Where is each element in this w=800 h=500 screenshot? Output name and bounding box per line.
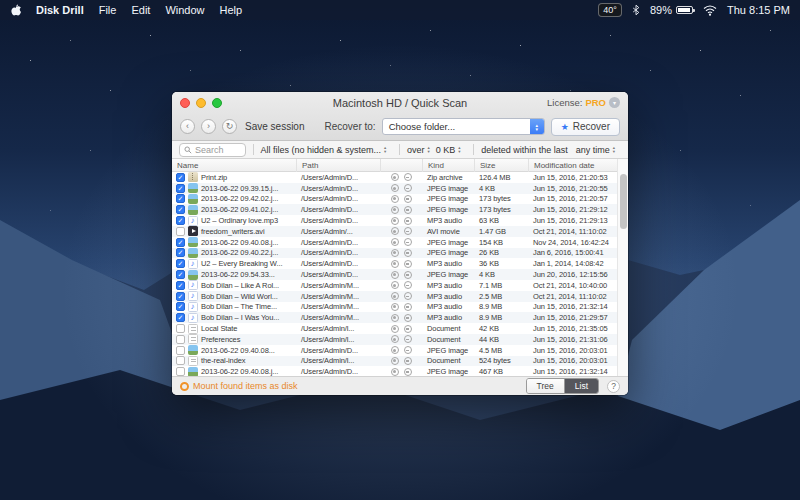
column-header-kind[interactable]: Kind (422, 159, 474, 172)
row-checkbox[interactable]: ✓ (176, 313, 185, 322)
preview-eye-icon[interactable] (391, 335, 399, 343)
row-checkbox[interactable] (176, 335, 185, 344)
row-checkbox[interactable]: ✓ (176, 194, 185, 203)
recover-destination-select[interactable]: Choose folder... ▴▾ (382, 118, 545, 135)
menu-clock[interactable]: Thu 8:15 PM (727, 4, 790, 16)
size-value-filter[interactable]: 0 KB ▴▾ (436, 145, 461, 155)
row-checkbox[interactable] (176, 324, 185, 333)
bluetooth-icon[interactable] (632, 4, 640, 16)
help-button[interactable]: ? (607, 380, 620, 393)
table-row[interactable]: ✓2013-06-22 09.54.33.../Users/Admin/D...… (172, 269, 617, 280)
recovery-chance-icon[interactable] (404, 325, 412, 333)
recovery-chance-icon[interactable] (404, 368, 412, 376)
battery-status[interactable]: 89% (650, 4, 693, 16)
table-row[interactable]: ✓Print.zip/Users/Admin/D...Zip archive12… (172, 172, 617, 183)
recovery-chance-icon[interactable] (404, 335, 412, 343)
row-checkbox[interactable]: ✓ (176, 216, 185, 225)
preview-eye-icon[interactable] (391, 292, 399, 300)
column-header-name[interactable]: Name (172, 159, 296, 172)
row-checkbox[interactable]: ✓ (176, 205, 185, 214)
vertical-scrollbar[interactable] (617, 159, 628, 376)
row-checkbox[interactable]: ✓ (176, 302, 185, 311)
table-row[interactable]: Preferences/Users/Admin/l...Document44 K… (172, 334, 617, 345)
recovery-chance-icon[interactable] (404, 195, 412, 203)
column-header-modification-date[interactable]: Modification date (528, 159, 617, 172)
recovery-chance-icon[interactable] (404, 346, 412, 354)
recover-button[interactable]: ★ Recover (551, 118, 620, 136)
row-checkbox[interactable] (176, 356, 185, 365)
preview-eye-icon[interactable] (391, 325, 399, 333)
rescan-button[interactable]: ↻ (222, 119, 237, 134)
close-button[interactable] (180, 98, 190, 108)
table-row[interactable]: ✓U2 – Ordinary love.mp3/Users/Admin/D...… (172, 215, 617, 226)
row-checkbox[interactable]: ✓ (176, 259, 185, 268)
mount-as-disk-button[interactable]: Mount found items as disk (180, 381, 298, 391)
search-input[interactable]: Search (179, 143, 246, 157)
list-view-button[interactable]: List (565, 379, 598, 393)
preview-eye-icon[interactable] (391, 314, 399, 322)
menu-edit[interactable]: Edit (131, 4, 150, 16)
apple-menu[interactable] (10, 3, 22, 17)
preview-eye-icon[interactable] (391, 346, 399, 354)
table-row[interactable]: ✓2013-06-22 09.41.02.j.../Users/Admin/D.… (172, 204, 617, 215)
menu-window[interactable]: Window (165, 4, 204, 16)
preview-eye-icon[interactable] (391, 271, 399, 279)
table-row[interactable]: ✓Bob Dilan – Wild Worl.../Users/Admin/M.… (172, 291, 617, 302)
row-checkbox[interactable]: ✓ (176, 270, 185, 279)
recovery-chance-icon[interactable] (404, 217, 412, 225)
preview-eye-icon[interactable] (391, 173, 399, 181)
time-filter[interactable]: any time ▴▾ (576, 145, 615, 155)
row-checkbox[interactable]: ✓ (176, 281, 185, 290)
tree-view-button[interactable]: Tree (527, 379, 565, 393)
preview-eye-icon[interactable] (391, 238, 399, 246)
recovery-chance-icon[interactable] (404, 303, 412, 311)
table-row[interactable]: ✓Bob Dilan – Like A Rol.../Users/Admin/M… (172, 280, 617, 291)
zoom-button[interactable] (212, 98, 222, 108)
column-header-size[interactable]: Size (474, 159, 528, 172)
table-row[interactable]: ✓Bob Dilan – The Time.../Users/Admin/M..… (172, 302, 617, 313)
preview-eye-icon[interactable] (391, 368, 399, 376)
preview-eye-icon[interactable] (391, 184, 399, 192)
back-button[interactable]: ‹ (180, 119, 195, 134)
preview-eye-icon[interactable] (391, 357, 399, 365)
row-checkbox[interactable]: ✓ (176, 292, 185, 301)
wifi-icon[interactable] (703, 5, 717, 16)
license-chevron-icon[interactable]: ▾ (609, 97, 620, 108)
table-row[interactable]: ✓Bob Dilan – I Was You.../Users/Admin/M.… (172, 312, 617, 323)
recovery-chance-icon[interactable] (404, 184, 412, 192)
recovery-chance-icon[interactable] (404, 271, 412, 279)
row-checkbox[interactable]: ✓ (176, 248, 185, 257)
column-header-path[interactable]: Path (296, 159, 380, 172)
preview-eye-icon[interactable] (391, 281, 399, 289)
row-checkbox[interactable]: ✓ (176, 238, 185, 247)
preview-eye-icon[interactable] (391, 195, 399, 203)
menu-disk-drill[interactable]: Disk Drill (36, 4, 84, 16)
recovery-chance-icon[interactable] (404, 260, 412, 268)
table-row[interactable]: Local State/Users/Admin/l...Document42 K… (172, 323, 617, 334)
save-session-button[interactable]: Save session (245, 121, 304, 132)
recovery-chance-icon[interactable] (404, 238, 412, 246)
forward-button[interactable]: › (201, 119, 216, 134)
recovery-chance-icon[interactable] (404, 249, 412, 257)
preview-eye-icon[interactable] (391, 206, 399, 214)
preview-eye-icon[interactable] (391, 260, 399, 268)
preview-eye-icon[interactable] (391, 227, 399, 235)
row-checkbox[interactable] (176, 346, 185, 355)
recovery-chance-icon[interactable] (404, 173, 412, 181)
row-checkbox[interactable]: ✓ (176, 173, 185, 182)
row-checkbox[interactable] (176, 367, 185, 376)
table-row[interactable]: 2013-06-22 09.40.08.../Users/Admin/D...J… (172, 345, 617, 356)
recovery-chance-icon[interactable] (404, 292, 412, 300)
preview-eye-icon[interactable] (391, 217, 399, 225)
recovery-chance-icon[interactable] (404, 357, 412, 365)
size-over-filter[interactable]: over ▴▾ (407, 145, 430, 155)
scrollbar-thumb[interactable] (620, 174, 627, 229)
row-checkbox[interactable]: ✓ (176, 184, 185, 193)
table-row[interactable]: 2013-06-22 09.40.08.j.../Users/Admin/D..… (172, 366, 617, 376)
row-checkbox[interactable] (176, 227, 185, 236)
disk-temperature-badge[interactable]: 40° (598, 3, 622, 17)
table-row[interactable]: freedom_writers.avi/Users/Admin/...AVI m… (172, 226, 617, 237)
table-row[interactable]: the-real-index/Users/Admin/l...Document5… (172, 356, 617, 367)
recovery-chance-icon[interactable] (404, 314, 412, 322)
title-bar[interactable]: Macintosh HD / Quick Scan License: PRO ▾ (172, 92, 628, 113)
